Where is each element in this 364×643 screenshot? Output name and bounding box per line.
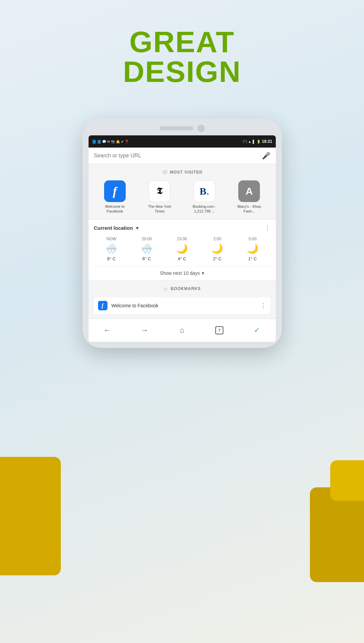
forward-button[interactable]: →: [137, 323, 152, 338]
most-visited-section: 🤍 MOST VISITED f Welcome to Facebook: [89, 164, 276, 220]
macys-label: Macy's - Shop Fash...: [232, 204, 266, 214]
weather-item-5: 5:00 🌙 1° C: [237, 237, 268, 261]
booking-label: Booking.com : 1,212,798 ...: [188, 204, 221, 214]
site-grid: f Welcome to Facebook 𝕿 The New York Tim…: [94, 180, 270, 214]
weather-time-0: NOW: [106, 237, 116, 241]
weather-icon-0: 🌨️: [105, 244, 117, 253]
nyt-icon: 𝕿: [149, 180, 170, 202]
weather-temp-3: 2° C: [213, 256, 221, 261]
shield-button[interactable]: ✓: [249, 323, 264, 338]
home-button[interactable]: ⌂: [174, 323, 189, 338]
weather-item-20: 20:00 🌨️ 6° C: [131, 237, 162, 261]
nyt-label: The New York Times: [143, 204, 176, 214]
bookmark-item-facebook[interactable]: f Welcome to Facebook ⋮: [94, 297, 270, 314]
status-icon-4: ✉: [107, 140, 110, 143]
microphone-icon[interactable]: 🎤: [262, 152, 270, 160]
forward-icon: →: [141, 326, 148, 335]
facebook-label: Welcome to Facebook: [98, 204, 132, 214]
weather-temp-4: 1° C: [248, 256, 257, 261]
phone-mockup: 📘 📘 💬 ✉ 📷 🔔 ✔ 📍 📳 ▲ ▌ 🔋 18:21 🎤: [82, 118, 282, 348]
bookmarks-header: ☆ BOOKMARKS: [94, 286, 270, 292]
tabs-badge: 7: [215, 326, 223, 334]
location-dropdown-icon: ▼: [135, 225, 140, 231]
weather-time-1: 20:00: [142, 237, 152, 241]
battery-icon: 🔋: [257, 140, 261, 143]
bookmarks-star-icon: ☆: [163, 286, 168, 292]
show-more-chevron-icon: ▾: [202, 270, 204, 276]
bookmark-more-icon[interactable]: ⋮: [260, 302, 266, 309]
weather-time-3: 2:00: [213, 237, 221, 241]
weather-row: NOW 🌨️ 8° C 20:00 🌨️ 6° C 23:00 🌙 4° C: [94, 237, 270, 261]
status-icon-6: 🔔: [116, 140, 120, 143]
weather-more-icon[interactable]: ⋮: [264, 224, 270, 232]
location-label[interactable]: Current location ▼: [94, 225, 140, 231]
shield-icon: ✓: [254, 326, 260, 335]
signal-icon: ▌: [253, 140, 255, 143]
wifi-icon: ▲: [248, 140, 251, 143]
back-icon: ←: [103, 326, 111, 335]
most-visited-label: MOST VISITED: [170, 170, 203, 175]
vibrate-icon: 📳: [243, 140, 247, 143]
page-title: GREAT DESIGN: [0, 0, 364, 87]
weather-header: Current location ▼ ⋮: [94, 224, 270, 232]
status-icon-1: 📘: [92, 140, 96, 143]
weather-item-23: 23:00 🌙 4° C: [167, 237, 197, 261]
phone-screen: 📘 📘 💬 ✉ 📷 🔔 ✔ 📍 📳 ▲ ▌ 🔋 18:21 🎤: [89, 135, 276, 342]
title-line2: DESIGN: [123, 55, 241, 88]
weather-item-2: 2:00 🌙 2° C: [202, 237, 233, 261]
search-input[interactable]: [94, 153, 262, 159]
phone-top-bar: [89, 125, 276, 132]
title-line1: GREAT: [129, 25, 235, 59]
status-icons: 📘 📘 💬 ✉ 📷 🔔 ✔ 📍: [92, 140, 241, 143]
back-button[interactable]: ←: [100, 323, 115, 338]
phone-speaker: [160, 126, 193, 130]
tabs-count: 7: [218, 328, 220, 332]
status-icon-3: 💬: [102, 140, 106, 143]
site-item-booking[interactable]: B. Booking.com : 1,212,798 ...: [188, 180, 221, 214]
weather-icon-1: 🌨️: [141, 244, 153, 253]
show-more-button[interactable]: Show next 10 days ▾: [94, 266, 270, 276]
bg-decoration-left: [0, 457, 61, 575]
home-icon: ⌂: [180, 326, 184, 335]
bg-decoration-right-top: [330, 460, 364, 501]
search-bar[interactable]: 🎤: [89, 148, 276, 164]
booking-icon: B.: [194, 180, 215, 202]
weather-section: Current location ▼ ⋮ NOW 🌨️ 8° C 20:00 🌨…: [89, 220, 276, 281]
facebook-icon: f: [104, 180, 126, 202]
heart-icon: 🤍: [162, 170, 167, 175]
status-icon-8: 📍: [125, 140, 129, 143]
status-icon-2: 📘: [97, 140, 101, 143]
weather-item-now: NOW 🌨️ 8° C: [96, 237, 127, 261]
tabs-button[interactable]: 7: [212, 323, 227, 338]
weather-time-4: 5:00: [249, 237, 257, 241]
bookmark-title-facebook: Welcome to Facebook: [112, 303, 256, 308]
site-item-macys[interactable]: A Macy's - Shop Fash...: [232, 180, 266, 214]
weather-time-2: 23:00: [177, 237, 187, 241]
show-more-label: Show next 10 days: [160, 270, 200, 276]
weather-temp-1: 6° C: [142, 256, 151, 261]
status-time: 18:21: [262, 139, 272, 144]
site-item-nyt[interactable]: 𝕿 The New York Times: [143, 180, 176, 214]
bookmark-favicon-facebook: f: [98, 301, 107, 310]
weather-temp-0: 8° C: [107, 256, 116, 261]
phone-outer: 📘 📘 💬 ✉ 📷 🔔 ✔ 📍 📳 ▲ ▌ 🔋 18:21 🎤: [82, 118, 282, 348]
most-visited-header: 🤍 MOST VISITED: [94, 170, 270, 175]
phone-camera: [197, 125, 205, 132]
macys-icon: A: [238, 180, 260, 202]
bottom-nav: ← → ⌂ 7 ✓: [89, 318, 276, 342]
weather-icon-2: 🌙: [176, 244, 188, 253]
weather-temp-2: 4° C: [178, 256, 186, 261]
site-item-facebook[interactable]: f Welcome to Facebook: [98, 180, 132, 214]
bookmarks-section: ☆ BOOKMARKS f Welcome to Facebook ⋮: [89, 281, 276, 318]
bg-decoration-right: [310, 487, 364, 582]
status-icon-5: 📷: [111, 140, 115, 143]
location-text: Current location: [94, 225, 133, 231]
bookmarks-label: BOOKMARKS: [171, 286, 201, 291]
status-bar: 📘 📘 💬 ✉ 📷 🔔 ✔ 📍 📳 ▲ ▌ 🔋 18:21: [89, 135, 276, 148]
weather-icon-3: 🌙: [211, 244, 223, 253]
status-icon-7: ✔: [121, 140, 124, 143]
weather-icon-4: 🌙: [247, 244, 259, 253]
